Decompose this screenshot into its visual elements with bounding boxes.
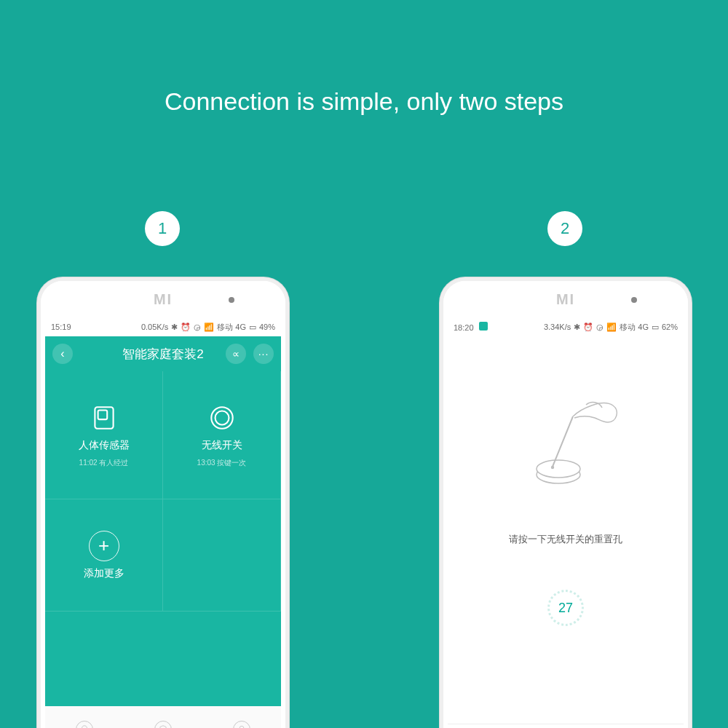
status-speed: 0.05K/s: [141, 323, 168, 331]
instruction-text: 请按一下无线开关的重置孔: [448, 533, 684, 546]
alarm-icon: ⏰: [181, 323, 191, 332]
tile-sub: 11:02 有人经过: [79, 458, 129, 468]
bell-icon: [233, 721, 250, 729]
app-header: ‹ 智能家庭套装2 ∝ ···: [45, 336, 281, 371]
status-net: 移动 4G: [620, 322, 649, 333]
countdown-timer: 27: [547, 590, 584, 626]
status-battery: 49%: [259, 323, 275, 331]
status-battery: 62%: [662, 323, 678, 331]
phone-mockup-2: MI 18:20 3.34K/s ✱ ⏰ ◶ 📶 移动 4G ▭ 62%: [439, 277, 692, 728]
camera-dot-icon: [229, 297, 234, 303]
tile-label: 无线开关: [202, 439, 242, 452]
more-button[interactable]: ···: [253, 344, 274, 364]
status-bar: 18:20 3.34K/s ✱ ⏰ ◶ 📶 移动 4G ▭ 62%: [448, 317, 684, 336]
mi-logo: MI: [556, 291, 575, 308]
bluetooth-icon: ✱: [171, 323, 178, 332]
headline: Connection is simple, only two steps: [0, 87, 728, 116]
app-screen-devices: ‹ 智能家庭套装2 ∝ ··· 人体传感器 11:02 有人经过: [45, 336, 281, 728]
wifi-icon: ◶: [194, 323, 201, 332]
tile-label: 人体传感器: [79, 439, 130, 452]
bottom-item-volume[interactable]: 音量设置: [202, 706, 281, 728]
empty-tile: [163, 499, 281, 612]
switch-icon: [207, 403, 237, 433]
camera-dot-icon: [631, 297, 637, 303]
bottom-bar: 网关彩灯 警戒模式 音量设置: [45, 706, 281, 728]
status-time: 15:19: [51, 323, 71, 331]
svg-point-3: [215, 411, 229, 424]
bottom-item-light[interactable]: 网关彩灯: [45, 706, 124, 728]
device-tile-motion-sensor[interactable]: 人体传感器 11:02 有人经过: [45, 371, 163, 499]
status-net: 移动 4G: [217, 322, 246, 333]
back-button[interactable]: ‹: [52, 344, 73, 364]
battery-icon: ▭: [652, 323, 659, 332]
motion-sensor-icon: [89, 403, 119, 433]
cancel-button[interactable]: 取消: [448, 724, 684, 728]
plus-icon: +: [89, 531, 119, 561]
device-tile-wireless-switch[interactable]: 无线开关 13:03 按键一次: [163, 371, 281, 499]
phone-mockup-1: MI 15:19 0.05K/s ✱ ⏰ ◶ 📶 移动 4G ▭ 49%: [36, 277, 290, 728]
svg-rect-1: [98, 410, 107, 419]
signal-icon: 📶: [204, 323, 214, 332]
battery-icon: ▭: [249, 323, 256, 332]
app-indicator-icon: [479, 322, 488, 331]
signal-icon: 📶: [606, 323, 617, 332]
svg-point-5: [537, 460, 580, 478]
reset-illustration: [448, 336, 684, 526]
status-bar: 15:19 0.05K/s ✱ ⏰ ◶ 📶 移动 4G ▭ 49%: [45, 317, 281, 336]
tile-sub: 13:03 按键一次: [197, 458, 247, 468]
app-screen-pairing: 请按一下无线开关的重置孔 27 取消: [448, 336, 684, 728]
page-title: 智能家庭套装2: [122, 346, 203, 363]
status-time: 18:20: [454, 323, 474, 332]
wifi-icon: ◶: [596, 323, 604, 332]
add-device-tile[interactable]: + 添加更多: [45, 499, 163, 612]
shield-icon: [154, 721, 172, 729]
step-badge-1: 1: [145, 211, 180, 246]
tile-label: 添加更多: [84, 567, 124, 580]
step-badge-2: 2: [547, 211, 582, 246]
mi-logo: MI: [154, 291, 173, 308]
lightbulb-icon: [76, 721, 93, 729]
status-speed: 3.34K/s: [544, 323, 571, 331]
bottom-item-alert[interactable]: 警戒模式: [124, 706, 202, 728]
bluetooth-icon: ✱: [574, 323, 580, 332]
alarm-icon: ⏰: [583, 323, 593, 332]
share-button[interactable]: ∝: [226, 344, 246, 364]
